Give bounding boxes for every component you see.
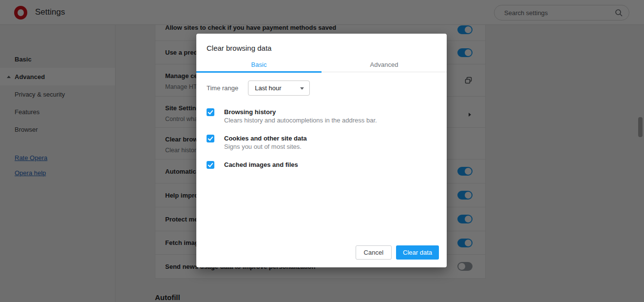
tab-advanced[interactable]: Advanced <box>322 57 447 72</box>
checkbox-checked[interactable] <box>207 135 214 142</box>
clear-data-button[interactable]: Clear data <box>396 245 439 260</box>
dialog-tabs: Basic Advanced <box>196 57 447 72</box>
clear-browsing-data-dialog: Clear browsing data Basic Advanced Time … <box>196 34 447 267</box>
checkbox-row-browsing-history[interactable]: Browsing history Clears history and auto… <box>207 108 436 124</box>
checkbox-row-cached-images[interactable]: Cached images and files <box>207 161 436 169</box>
opera-settings-window: Settings Basic Advanced Privacy & securi… <box>0 0 644 302</box>
time-range-value: Last hour <box>255 84 281 92</box>
dropdown-caret-icon <box>300 87 304 90</box>
dialog-title: Clear browsing data <box>196 34 447 57</box>
time-range-select[interactable]: Last hour <box>248 81 310 96</box>
checkbox-checked[interactable] <box>207 161 214 169</box>
checkbox-row-cookies[interactable]: Cookies and other site data Signs you ou… <box>207 134 436 151</box>
tab-basic[interactable]: Basic <box>196 57 322 72</box>
checkbox-checked[interactable] <box>207 108 214 116</box>
time-range-label: Time range <box>207 84 238 92</box>
cancel-button[interactable]: Cancel <box>356 245 392 260</box>
